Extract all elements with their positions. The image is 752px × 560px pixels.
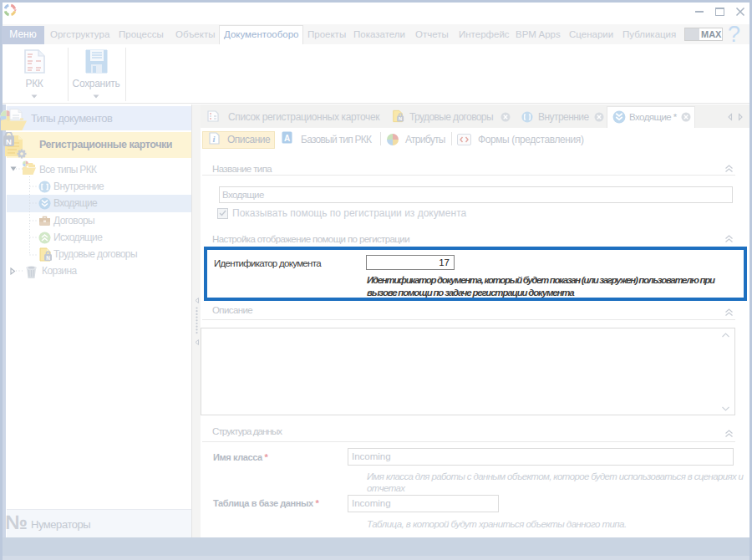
svg-text:N: N (399, 116, 402, 121)
svg-text:A: A (284, 134, 290, 143)
svg-text:N: N (6, 137, 12, 146)
svg-text:N: N (46, 255, 50, 261)
